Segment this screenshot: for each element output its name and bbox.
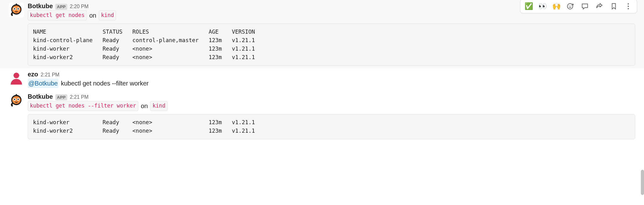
sender-name[interactable]: Botkube bbox=[28, 3, 53, 10]
avatar[interactable] bbox=[9, 93, 24, 108]
reaction-eyes-icon[interactable]: 👀 bbox=[538, 2, 547, 10]
svg-point-21 bbox=[18, 99, 19, 100]
message-body: ezo 2:21 PM @Botkube kubectl get nodes -… bbox=[28, 71, 635, 88]
reaction-hands-icon[interactable]: 🙌 bbox=[552, 2, 561, 10]
timestamp[interactable]: 2:21 PM bbox=[70, 94, 89, 100]
svg-point-6 bbox=[628, 6, 629, 7]
sender-name[interactable]: Botkube bbox=[28, 93, 53, 100]
code-block: NAME STATUS ROLES AGE VERSION kind-contr… bbox=[28, 24, 635, 66]
message-line: kubectl get nodes --filter worker on kin… bbox=[28, 101, 635, 111]
message-header: Botkube APP 2:21 PM bbox=[28, 93, 635, 100]
svg-point-5 bbox=[628, 3, 629, 4]
message-text: kubectl get nodes --filter worker bbox=[61, 79, 149, 88]
message-ezo: ezo 2:21 PM @Botkube kubectl get nodes -… bbox=[0, 68, 644, 91]
svg-point-1 bbox=[569, 5, 569, 6]
svg-point-13 bbox=[18, 8, 19, 9]
svg-point-2 bbox=[571, 5, 571, 6]
reply-thread-icon[interactable] bbox=[580, 2, 590, 11]
message-actions-bar: ✅ 👀 🙌 bbox=[520, 0, 637, 13]
svg-point-12 bbox=[14, 8, 15, 9]
code-block: kind-worker Ready <none> 123m v1.21.1 ki… bbox=[28, 114, 635, 139]
share-icon[interactable] bbox=[595, 2, 604, 11]
avatar[interactable] bbox=[9, 3, 24, 18]
message-line: @Botkube kubectl get nodes --filter work… bbox=[28, 79, 635, 88]
cluster-pill: kind bbox=[99, 10, 116, 20]
timestamp[interactable]: 2:20 PM bbox=[70, 4, 89, 9]
avatar[interactable] bbox=[9, 71, 24, 86]
cluster-pill: kind bbox=[150, 101, 168, 111]
message-body: Botkube APP 2:21 PM kubectl get nodes --… bbox=[28, 93, 635, 139]
add-reaction-icon[interactable] bbox=[566, 2, 575, 11]
person-icon bbox=[9, 71, 23, 85]
message-botkube-1: ✅ 👀 🙌 bbox=[0, 0, 644, 68]
message-botkube-2: Botkube APP 2:21 PM kubectl get nodes --… bbox=[0, 91, 644, 142]
timestamp[interactable]: 2:21 PM bbox=[41, 72, 59, 78]
more-actions-icon[interactable] bbox=[624, 2, 633, 11]
on-word: on bbox=[89, 11, 96, 20]
command-pill: kubectl get nodes --filter worker bbox=[28, 101, 138, 111]
reaction-check-icon[interactable]: ✅ bbox=[524, 2, 533, 10]
svg-point-7 bbox=[628, 8, 629, 9]
app-badge: APP bbox=[55, 94, 67, 100]
mention[interactable]: @Botkube bbox=[28, 79, 58, 88]
svg-point-20 bbox=[14, 99, 15, 100]
app-badge: APP bbox=[55, 4, 67, 10]
command-pill: kubectl get nodes bbox=[28, 10, 87, 20]
on-word: on bbox=[141, 101, 148, 111]
sender-name[interactable]: ezo bbox=[28, 71, 38, 78]
bookmark-icon[interactable] bbox=[609, 2, 619, 11]
message-header: ezo 2:21 PM bbox=[28, 71, 635, 78]
